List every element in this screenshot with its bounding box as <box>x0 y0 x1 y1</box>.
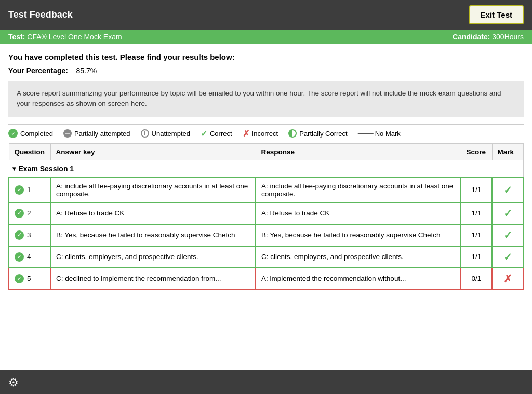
col-mark: Mark <box>492 143 523 160</box>
correct-icon: ✓ <box>201 129 207 139</box>
legend-correct-label: Correct <box>210 130 232 138</box>
legend-no-mark: —— No Mark <box>358 129 401 138</box>
legend-unattempted-label: Unattempted <box>152 130 190 138</box>
table-row: ✓ 2 A: Refuse to trade CK A: Refuse to t… <box>9 202 523 224</box>
score-cell: 1/1 <box>461 178 492 202</box>
status-icon-completed: ✓ <box>15 274 24 283</box>
col-response: Response <box>256 143 461 160</box>
legend-completed-label: Completed <box>20 130 53 138</box>
legend-partially-correct-label: Partially Correct <box>299 130 347 138</box>
test-label: Test: <box>8 33 25 41</box>
header: Test Feedback Exit Test <box>0 0 532 30</box>
candidate-label: Candidate: <box>453 33 490 41</box>
answer-key-cell: C: clients, employers, and prospective c… <box>50 246 256 268</box>
mark-cell: ✓ <box>492 224 523 246</box>
score-cell: 1/1 <box>461 224 492 246</box>
page-title: Test Feedback <box>8 9 73 20</box>
answer-key-cell: C: declined to implement the recommendat… <box>50 268 256 290</box>
main-content: You have completed this test. Please fin… <box>0 44 532 370</box>
question-number: 5 <box>27 275 31 282</box>
question-number-cell: ✓ 5 <box>9 268 50 290</box>
legend-unattempted: i Unattempted <box>141 129 190 138</box>
question-number: 4 <box>27 253 31 261</box>
completed-message: You have completed this test. Please fin… <box>8 52 524 61</box>
mark-cell: ✓ <box>492 246 523 268</box>
correct-mark-icon: ✓ <box>503 251 512 263</box>
response-cell: A: Refuse to trade CK <box>256 202 461 224</box>
test-info: Test: CFA® Level One Mock Exam <box>8 33 122 41</box>
legend-partially-correct: Partially Correct <box>288 129 347 138</box>
settings-icon[interactable]: ⚙ <box>8 376 19 389</box>
results-table: Question Answer key Response Score Mark … <box>8 143 524 290</box>
status-icon-completed: ✓ <box>15 230 24 240</box>
answer-key-cell: B: Yes, because he failed to reasonably … <box>50 224 256 246</box>
percentage-line: Your Percentage: 85.7% <box>8 66 524 75</box>
question-number: 1 <box>27 186 31 194</box>
response-cell: B: Yes, because he failed to reasonably … <box>256 224 461 246</box>
col-question: Question <box>9 143 50 160</box>
session-row: ▾ Exam Session 1 <box>9 160 523 178</box>
answer-key-cell: A: Refuse to trade CK <box>50 202 256 224</box>
unattempted-icon: i <box>141 129 149 138</box>
answer-key-cell: A: include all fee-paying discretionary … <box>50 178 256 202</box>
question-number-cell: ✓ 2 <box>9 202 50 224</box>
legend-partially-attempted: — Partially attempted <box>63 129 130 138</box>
exit-test-button[interactable]: Exit Test <box>469 5 524 24</box>
legend-incorrect-label: Incorrect <box>252 130 278 138</box>
test-name: CFA® Level One Mock Exam <box>27 33 122 41</box>
correct-mark-icon: ✓ <box>503 208 512 219</box>
candidate-name: 300Hours <box>492 33 524 41</box>
percentage-value: 85.7% <box>76 66 97 75</box>
table-row: ✓ 3 B: Yes, because he failed to reasona… <box>9 224 523 246</box>
col-score: Score <box>461 143 492 160</box>
table-row: ✓ 1 A: include all fee-paying discretion… <box>9 178 523 202</box>
candidate-info: Candidate: 300Hours <box>453 33 524 41</box>
response-cell: C: clients, employers, and prospective c… <box>256 246 461 268</box>
status-icon-completed: ✓ <box>15 209 24 218</box>
incorrect-icon: ✗ <box>243 129 249 139</box>
sub-header: Test: CFA® Level One Mock Exam Candidate… <box>0 30 532 44</box>
incorrect-mark-icon: ✗ <box>503 273 512 284</box>
correct-mark-icon: ✓ <box>503 184 512 196</box>
response-cell: A: include all fee-paying discretionary … <box>256 178 461 202</box>
no-mark-icon: —— <box>358 129 373 138</box>
table-row: ✓ 5 C: declined to implement the recomme… <box>9 268 523 290</box>
correct-mark-icon: ✓ <box>503 229 512 241</box>
question-number: 2 <box>27 209 31 217</box>
table-row: ✓ 4 C: clients, employers, and prospecti… <box>9 246 523 268</box>
completed-icon: ✓ <box>8 129 18 138</box>
legend-no-mark-label: No Mark <box>375 130 401 138</box>
score-cell: 1/1 <box>461 202 492 224</box>
question-number: 3 <box>27 231 31 239</box>
response-cell: A: implemented the recommendation withou… <box>256 268 461 290</box>
score-cell: 0/1 <box>461 268 492 290</box>
legend-incorrect: ✗ Incorrect <box>243 129 278 139</box>
legend: ✓ Completed — Partially attempted i Unat… <box>8 124 524 143</box>
legend-partial-attempted-label: Partially attempted <box>74 130 130 138</box>
question-number-cell: ✓ 3 <box>9 224 50 246</box>
score-info-box: A score report summarizing your performa… <box>8 81 524 117</box>
mark-cell: ✗ <box>492 268 523 290</box>
col-answer-key: Answer key <box>50 143 256 160</box>
score-info-text: A score report summarizing your performa… <box>17 89 501 107</box>
score-cell: 1/1 <box>461 246 492 268</box>
results-table-section: Question Answer key Response Score Mark … <box>8 143 524 290</box>
footer: ⚙ <box>0 370 532 394</box>
partially-attempted-icon: — <box>63 129 72 138</box>
table-header-row: Question Answer key Response Score Mark <box>9 143 523 160</box>
session-expand[interactable]: ▾ Exam Session 1 <box>9 160 523 177</box>
mark-cell: ✓ <box>492 202 523 224</box>
partially-correct-icon <box>288 129 297 138</box>
legend-correct: ✓ Correct <box>201 129 232 139</box>
status-icon-completed: ✓ <box>15 185 24 195</box>
question-number-cell: ✓ 4 <box>9 246 50 268</box>
question-number-cell: ✓ 1 <box>9 178 50 202</box>
legend-completed: ✓ Completed <box>8 129 53 138</box>
session-label: Exam Session 1 <box>19 165 74 173</box>
chevron-down-icon: ▾ <box>12 165 16 172</box>
status-icon-completed: ✓ <box>15 252 24 262</box>
percentage-label: Your Percentage: <box>8 66 68 75</box>
mark-cell: ✓ <box>492 178 523 202</box>
